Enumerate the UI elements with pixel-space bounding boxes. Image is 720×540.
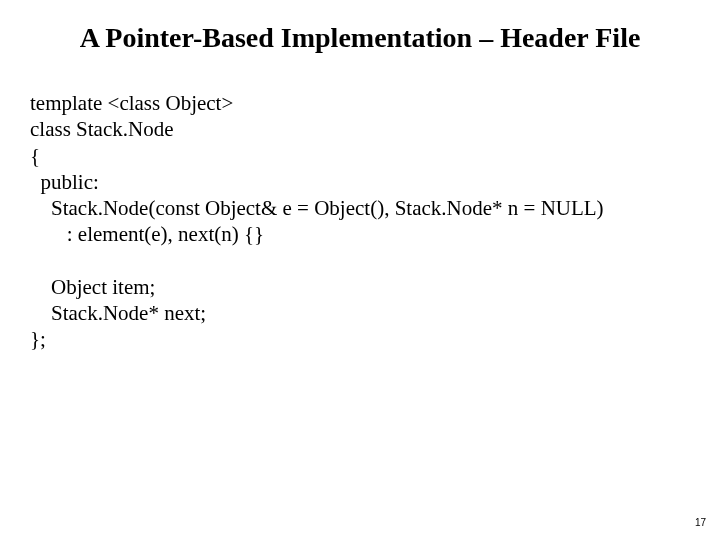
code-line: Stack.Node(const Object& e = Object(), S…	[30, 196, 604, 220]
code-line: public:	[30, 170, 99, 194]
code-line: Stack.Node* next;	[30, 301, 206, 325]
code-line: class Stack.Node	[30, 117, 173, 141]
code-line: };	[30, 327, 46, 351]
code-line: template <class Object>	[30, 91, 233, 115]
slide-title: A Pointer-Based Implementation – Header …	[0, 22, 720, 54]
code-line: : element(e), next(n) {}	[30, 222, 264, 246]
code-line: Object item;	[30, 275, 155, 299]
code-block: template <class Object> class Stack.Node…	[30, 90, 690, 353]
slide: A Pointer-Based Implementation – Header …	[0, 0, 720, 540]
code-line: {	[30, 144, 40, 168]
page-number: 17	[695, 517, 706, 528]
